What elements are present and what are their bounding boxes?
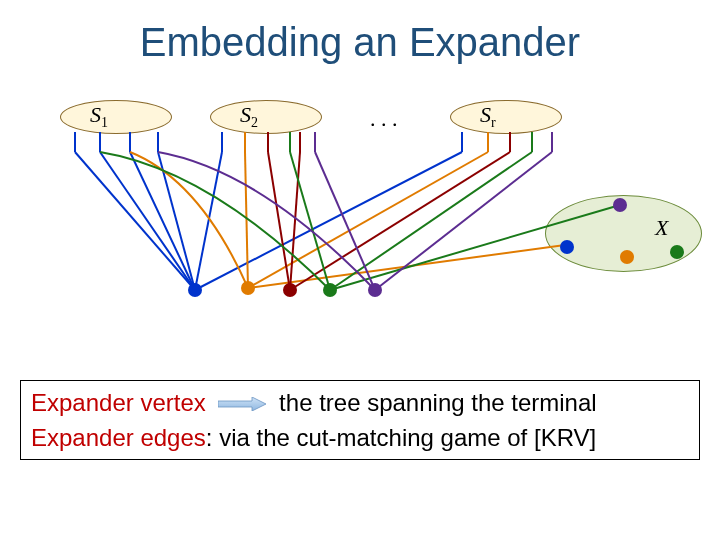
root-darkred-dot bbox=[283, 283, 297, 297]
tree-edges-svg bbox=[0, 90, 720, 350]
arrow-icon bbox=[218, 387, 266, 418]
x-dot-orange bbox=[620, 250, 634, 264]
caption-vertex-label: Expander vertex bbox=[31, 389, 206, 416]
x-dot-purple bbox=[613, 198, 627, 212]
caption-line-1: Expander vertex the tree spanning the te… bbox=[31, 387, 689, 422]
caption-box: Expander vertex the tree spanning the te… bbox=[20, 380, 700, 460]
embedding-diagram: S1 S2 . . . Sr X bbox=[0, 90, 720, 350]
caption-line1-suffix: the tree spanning the terminal bbox=[279, 389, 597, 416]
root-blue-dot bbox=[188, 283, 202, 297]
root-orange-dot bbox=[241, 281, 255, 295]
x-dot-blue bbox=[560, 240, 574, 254]
root-purple-dot bbox=[368, 283, 382, 297]
caption-edges-label: Expander edges bbox=[31, 424, 206, 451]
root-green-dot bbox=[323, 283, 337, 297]
slide-title: Embedding an Expander bbox=[0, 20, 720, 65]
x-dot-green bbox=[670, 245, 684, 259]
caption-line2-suffix: : via the cut-matching game of [KRV] bbox=[206, 424, 596, 451]
caption-line-2: Expander edges: via the cut-matching gam… bbox=[31, 422, 689, 453]
